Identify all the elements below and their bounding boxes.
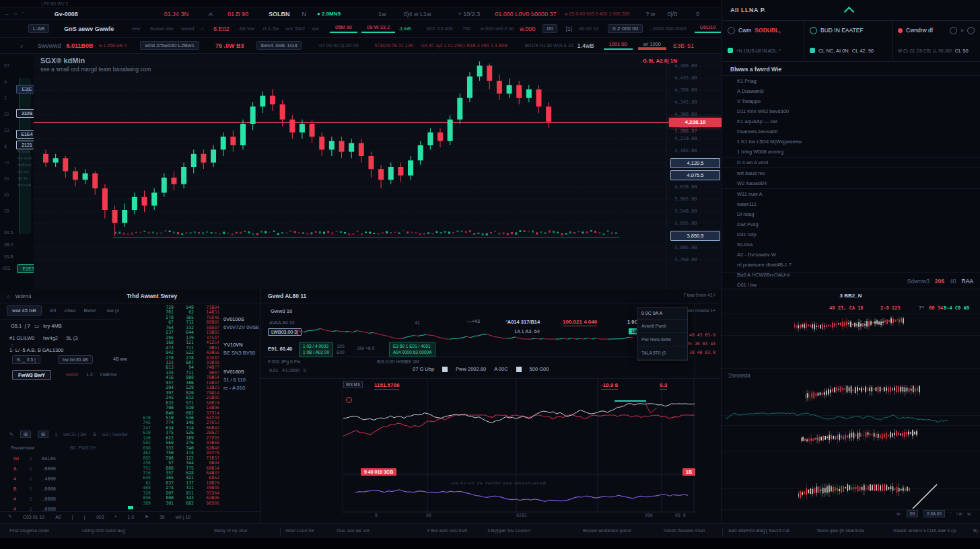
mini-chart-tool[interactable]: w xyxy=(967,511,971,516)
watchlist-item[interactable]: A2 - Dvrsawbv W xyxy=(722,250,980,260)
dom-ladder-column[interactable]: 584 831 746 305 107 203 87 254 851 456 8… xyxy=(206,305,219,506)
dom-footer-item[interactable]: 30 xyxy=(160,515,165,519)
watchlist-item[interactable]: 1 K1 bw L5D4 M(Wvjpaseew xyxy=(722,137,980,147)
ind-tool[interactable]: Pww 2002.80 xyxy=(456,366,486,372)
watchlist-item[interactable]: wrt Aaud rev xyxy=(722,168,980,178)
order-tab[interactable]: w5 xyxy=(50,307,57,314)
chevron-up-icon[interactable] xyxy=(844,6,855,17)
toolbar-item[interactable]: 1001 00 xyxy=(604,41,633,50)
dom-footer-item[interactable]: ➤ xyxy=(145,514,149,519)
dom-footer-item[interactable]: ( xyxy=(84,515,85,519)
order-form-row[interactable]: G5.1 | 7 ▭ kry 4MB xyxy=(11,323,62,329)
minimize-icon[interactable]: – xyxy=(5,11,8,17)
person-icon[interactable] xyxy=(950,27,957,34)
more-icon[interactable]: ' xyxy=(22,11,24,17)
toolbar-item[interactable]: 05M 90 xyxy=(330,24,357,33)
dom-tool[interactable]: | xyxy=(55,432,57,437)
menu-item[interactable]: Avwnti Pwnti xyxy=(637,320,687,333)
status-item[interactable]: Taron qaw (S talarm0a xyxy=(816,528,864,533)
status-item[interactable]: Ouu Juo ws ure xyxy=(337,528,370,533)
dom-tool[interactable]: ✎ xyxy=(9,432,13,437)
summary-cell[interactable]: W CL CL C0 CSL U, 90 J00 CL 50 xyxy=(893,40,980,61)
order-tab[interactable]: wwl 45 GB xyxy=(7,305,42,316)
toolbar-item[interactable]: 09 W 33 2 xyxy=(361,24,395,33)
dom-footer-item[interactable]: C03 01 10 xyxy=(23,515,44,519)
dom-ladder-column[interactable]: 948 62 365 732 332 644 119 121 711 522 2… xyxy=(176,305,194,506)
order-tab[interactable]: Bwwr xyxy=(84,307,96,314)
watchlist-item[interactable]: D11 Krin W92 bevd300 xyxy=(722,106,980,116)
main-chart[interactable]: SGX® kdMin see a small ord margd team ba… xyxy=(34,54,722,290)
dom-tool[interactable]: IB xyxy=(38,431,48,438)
dom-tool[interactable]: ww.31 | 3w xyxy=(63,432,86,437)
order-form-row[interactable]: #1 GLILW0 hw4g2 5L (3 xyxy=(9,335,77,341)
order-size[interactable]: 4B ww xyxy=(113,357,127,361)
watchlist-item[interactable]: wawr111 xyxy=(722,199,980,209)
dom-footer-item[interactable]: 003 xyxy=(96,515,104,519)
status-item[interactable]: Boown wrddobor pdool xyxy=(583,528,631,533)
account-cell[interactable]: Cwm SODUBL, xyxy=(722,21,804,40)
indicator-chart[interactable] xyxy=(342,378,695,513)
market-cell[interactable]: BUD IN EAATEF xyxy=(804,21,893,40)
dom-footer-item[interactable]: ✎ xyxy=(8,514,12,519)
checkbox-icon[interactable] xyxy=(442,367,448,372)
trendline-drawing[interactable] xyxy=(910,482,940,511)
dom-footer-item[interactable]: | xyxy=(72,515,73,519)
mini-chart-tool[interactable]: 00 xyxy=(907,510,918,517)
watchlist-item[interactable]: A Duswani0 xyxy=(722,86,980,96)
watchlist-item[interactable]: rrl prawsvne dbwt4B-1 7 xyxy=(722,260,980,270)
watchlist-item[interactable]: Duanwrs-bevva00 xyxy=(722,126,980,137)
watchlist-item[interactable]: V Tiwappo xyxy=(722,96,980,106)
dom-tool[interactable]: w3 | 0ww3w xyxy=(102,432,128,437)
dom-tool[interactable]: IB xyxy=(20,431,31,438)
submit-order-button[interactable]: FwW3 BwY xyxy=(12,370,51,380)
mini-chart-tool[interactable]: ' xyxy=(950,511,951,516)
watchlist-item[interactable]: Dl ndsg xyxy=(722,209,980,219)
order-form-row[interactable]: 1- L/ -5 A.B. B GAL1300 xyxy=(9,347,63,353)
status-item[interactable]: Y Bo/ koto onu bVA xyxy=(427,528,467,533)
menu-header[interactable]: 0 0C 0A A xyxy=(637,307,687,320)
status-item[interactable]: Gaadc anserv LCUA-aae 4 cp xyxy=(893,528,956,533)
ind-tool[interactable]: 07 G Ubp xyxy=(413,366,434,372)
toolbar-item[interactable]: U0U10 xyxy=(695,24,721,33)
toolbar-item[interactable]: 0 2 000 00 xyxy=(608,24,643,33)
watchlist-item[interactable]: 1 h/wg W008 annnrg xyxy=(722,147,980,157)
toolbar-item[interactable]: w/ 1000 xyxy=(638,41,666,50)
watchlist-item[interactable]: D 4 wb A wrrd xyxy=(722,157,980,168)
watchlist-item[interactable]: K1 Prlag xyxy=(722,76,980,86)
clock-icon[interactable] xyxy=(967,27,975,34)
mini-chart-tool[interactable]: i w xyxy=(956,511,962,516)
order-button[interactable]: B. _ 3 5 | xyxy=(12,355,40,364)
dom-footer-item[interactable]: A0 xyxy=(55,515,61,519)
order-tab[interactable]: v3wv xyxy=(64,307,75,314)
position-cell[interactable]: +N 10US-U0 IN AOL, * xyxy=(722,40,804,61)
dom-footer-item[interactable]: * xyxy=(115,515,117,519)
menu-item[interactable]: TALA 8T0 (0 xyxy=(637,346,687,360)
toolbar-item[interactable]: w0d 2/5wd30 L2Bw1 xyxy=(140,41,199,50)
watchlist-item[interactable]: W11 nuw A xyxy=(722,189,980,199)
order-button[interactable]: bw brr30.4B xyxy=(58,355,93,364)
watchlist-item[interactable]: Dwt Pvsg xyxy=(722,219,980,229)
watchlist-item[interactable]: K1 arjuAAp — var xyxy=(722,116,980,126)
watchlist-item[interactable]: It0-Dvs xyxy=(722,240,980,250)
status-item[interactable]: Using G00 tutu0 avg xyxy=(82,528,125,533)
ind-tool[interactable]: A 00C xyxy=(494,366,508,372)
status-item[interactable]: 3 B|/pper tou Loumn xyxy=(487,528,530,533)
dom-tool[interactable]: 3 xyxy=(93,432,96,437)
status-item[interactable]: Many of oy Jnur xyxy=(214,528,248,533)
mini-chart-tool[interactable]: 0 0A 00 xyxy=(923,510,945,517)
status-item[interactable]: Aad atlaPdld-Bag'( Sacrd Cal xyxy=(728,528,790,533)
toolbar-item[interactable]: 8wv4 3wE 1G3 xyxy=(256,41,302,50)
dom-ladder-column[interactable]: 670 745 247 610 126 582 698 462 865 256 … xyxy=(128,305,151,506)
sliders-icon[interactable]: ≡ xyxy=(960,28,964,34)
dom-ladder-column[interactable]: 729 701 278 67 764 237 295 160 473 942 2… xyxy=(156,305,174,506)
home-icon[interactable]: ⌂ xyxy=(7,293,10,299)
watchlist-item[interactable]: D41 hdp xyxy=(722,229,980,240)
checkbox-icon[interactable] xyxy=(516,367,522,372)
quote-cell[interactable]: CL NC, AI 0N CL 42, 90 xyxy=(804,40,893,61)
toolbar-item[interactable]: 00 xyxy=(542,24,558,33)
alerts-cell[interactable]: Cwndrw df ≡ xyxy=(893,21,980,40)
restore-icon[interactable]: ○ xyxy=(13,11,17,17)
status-item[interactable]: B| xyxy=(973,528,978,533)
status-item[interactable]: hdodo Aooww /Ourr xyxy=(664,528,705,533)
menu-item[interactable]: Pwr Hww Awtw xyxy=(637,333,687,346)
